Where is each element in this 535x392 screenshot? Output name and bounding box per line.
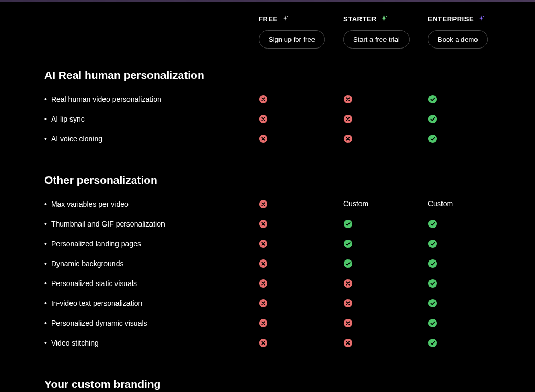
plan-name-free: FREE xyxy=(259,15,278,23)
svg-point-27 xyxy=(428,319,437,327)
feature-cell xyxy=(428,338,513,348)
cross-icon xyxy=(259,259,268,268)
comparison-table: FREE Sign up for free STARTER xyxy=(0,2,535,392)
feature-label-wrap: •AI lip sync xyxy=(44,114,259,124)
check-icon xyxy=(428,338,437,348)
feature-cell xyxy=(343,338,428,348)
bullet-icon: • xyxy=(44,134,47,144)
feature-cell xyxy=(428,94,513,104)
plan-name-starter: STARTER xyxy=(343,15,377,23)
feature-cell xyxy=(343,258,428,268)
feature-label-wrap: •Personalized static visuals xyxy=(44,278,259,289)
cross-icon xyxy=(343,134,353,144)
feature-label: Personalized dynamic visuals xyxy=(51,318,147,328)
feature-cell xyxy=(428,258,513,268)
bullet-icon: • xyxy=(44,318,47,328)
feature-cell: Custom xyxy=(428,199,513,208)
feature-label: AI voice cloning xyxy=(51,134,102,144)
cross-icon xyxy=(343,299,353,308)
cross-icon xyxy=(343,318,353,328)
feature-cell: Custom xyxy=(343,199,428,208)
sparkle-icon xyxy=(477,15,485,23)
cross-icon xyxy=(343,94,353,104)
section-title: AI Real human personalization xyxy=(44,69,491,90)
plan-header-starter: STARTER Start a free trial xyxy=(343,15,428,49)
feature-cell xyxy=(343,219,428,229)
bullet-icon: • xyxy=(44,338,47,348)
feature-label-wrap: •Dynamic backgrounds xyxy=(44,258,259,269)
feature-cell xyxy=(343,94,428,104)
feature-row: •Dynamic backgrounds xyxy=(44,254,491,274)
feature-cell xyxy=(428,114,513,124)
svg-point-12 xyxy=(428,220,437,228)
feature-label-wrap: •Personalized dynamic visuals xyxy=(44,318,259,328)
svg-point-18 xyxy=(428,259,437,268)
svg-point-24 xyxy=(428,299,437,307)
feature-cell xyxy=(259,114,343,124)
feature-label: Dynamic backgrounds xyxy=(51,258,124,269)
section: Other personalization•Max variables per … xyxy=(44,163,491,353)
check-icon xyxy=(428,239,437,248)
bullet-icon: • xyxy=(44,278,47,289)
svg-point-11 xyxy=(344,220,352,228)
section: Your custom branding•Your branding, logo… xyxy=(44,367,491,392)
feature-label-wrap: •Max variables per video xyxy=(44,199,259,209)
feature-cell xyxy=(259,239,343,248)
bullet-icon: • xyxy=(44,94,47,104)
feature-cell xyxy=(428,239,513,248)
plan-header-row: FREE Sign up for free STARTER xyxy=(44,2,491,58)
feature-label: Real human video personalization xyxy=(51,94,161,104)
cta-enterprise[interactable]: Book a demo xyxy=(428,30,488,49)
feature-cell xyxy=(343,318,428,328)
section: AI Real human personalization•Real human… xyxy=(44,58,491,149)
feature-row: •AI lip sync xyxy=(44,110,491,129)
feature-label: AI lip sync xyxy=(51,114,85,124)
bullet-icon: • xyxy=(44,298,47,308)
feature-cell xyxy=(259,219,343,229)
feature-label-wrap: •Real human video personalization xyxy=(44,94,259,104)
feature-cell xyxy=(428,298,513,308)
cta-starter[interactable]: Start a free trial xyxy=(343,30,410,49)
cross-icon xyxy=(343,279,353,288)
bullet-icon: • xyxy=(44,219,47,229)
cross-icon xyxy=(259,338,268,348)
cta-free[interactable]: Sign up for free xyxy=(259,30,325,49)
section-title: Other personalization xyxy=(44,174,491,195)
feature-cell xyxy=(259,134,343,144)
cell-text: Custom xyxy=(343,199,368,208)
feature-cell xyxy=(259,199,343,209)
feature-label-wrap: •Personalized landing pages xyxy=(44,239,259,249)
cross-icon xyxy=(259,279,268,288)
feature-row: •Real human video personalization xyxy=(44,90,491,110)
plan-header-free: FREE Sign up for free xyxy=(259,15,343,49)
cross-icon xyxy=(343,338,353,348)
feature-label-wrap: •Video stitching xyxy=(44,338,259,348)
check-icon xyxy=(343,239,353,248)
bullet-icon: • xyxy=(44,199,47,209)
cross-icon xyxy=(259,219,268,229)
check-icon xyxy=(428,299,437,308)
feature-row: •Video stitching xyxy=(44,334,491,353)
check-icon xyxy=(428,259,437,268)
bullet-icon: • xyxy=(44,239,47,249)
feature-row: •In-video text personalization xyxy=(44,294,491,314)
feature-label-wrap: •In-video text personalization xyxy=(44,298,259,308)
check-icon xyxy=(428,219,437,229)
sparkle-icon xyxy=(281,15,289,23)
feature-cell xyxy=(343,278,428,288)
feature-cell xyxy=(343,114,428,124)
feature-cell xyxy=(259,258,343,268)
feature-row: •Personalized landing pages xyxy=(44,234,491,254)
cross-icon xyxy=(259,114,268,124)
feature-cell xyxy=(259,338,343,348)
cross-icon xyxy=(259,299,268,308)
feature-row: •AI voice cloning xyxy=(44,129,491,149)
check-icon xyxy=(428,279,437,288)
bullet-icon: • xyxy=(44,114,47,124)
svg-point-17 xyxy=(344,259,352,268)
feature-label: Personalized landing pages xyxy=(51,239,141,249)
cross-icon xyxy=(259,318,268,328)
svg-point-5 xyxy=(428,115,437,123)
feature-label-wrap: •Thumbnail and GIF personalization xyxy=(44,219,259,229)
feature-cell xyxy=(428,219,513,229)
